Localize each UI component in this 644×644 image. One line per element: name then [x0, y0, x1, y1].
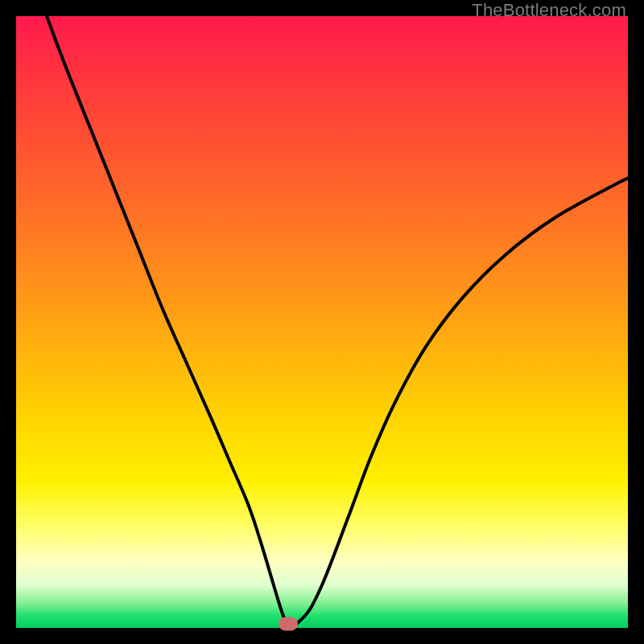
curve-svg — [16, 16, 628, 628]
plot-area — [16, 16, 628, 628]
bottleneck-curve — [47, 16, 628, 625]
chart-frame: TheBottleneck.com — [0, 0, 644, 644]
optimum-marker — [279, 617, 298, 631]
watermark-text: TheBottleneck.com — [472, 0, 626, 21]
